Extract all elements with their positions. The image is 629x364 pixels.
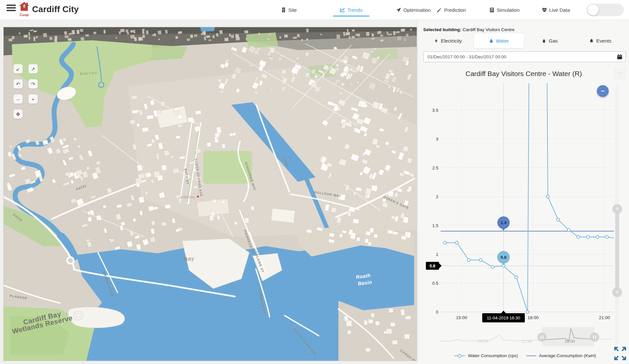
tab-label: Events [596, 38, 611, 44]
calculator-icon [489, 8, 494, 12]
water-drop-icon [489, 38, 493, 43]
logo-text: Cusp [18, 13, 30, 17]
menu-icon[interactable] [7, 5, 16, 13]
legend-item-average[interactable]: Average Consumption (KwH) [526, 353, 596, 358]
svg-text:3: 3 [436, 137, 438, 142]
nav-label: Simulation [497, 7, 520, 13]
svg-text:15:00: 15:00 [456, 315, 467, 320]
rotate-left-button[interactable]: ↶ [13, 79, 23, 89]
water-consumption-chart[interactable]: 00.511.522.533.515:0018:0021:001.40.80.8… [421, 82, 629, 348]
map-pin [197, 195, 199, 198]
svg-text:2.5: 2.5 [432, 165, 438, 170]
water-series-swatch [454, 354, 465, 358]
tab-label: Water [496, 38, 509, 44]
bell-icon [589, 38, 594, 43]
svg-text:1.5: 1.5 [432, 223, 438, 228]
building-icon [281, 8, 286, 12]
nav-label: Trends [347, 7, 362, 13]
legend-label: Water Consumption (cps) [468, 353, 518, 358]
nav-item-trends[interactable]: Trends [340, 0, 362, 20]
svg-text:2: 2 [436, 194, 438, 199]
chart-menu-button[interactable]: ⋯ [614, 68, 625, 79]
y-zoom-handle-top[interactable]: ≡ [612, 204, 622, 214]
top-nav: Cusp Cardiff City Site Trends Optimisati… [0, 0, 629, 20]
building-detail-panel: Selected building: Cardiff Bay Visitors … [418, 20, 629, 364]
svg-text:Bay: Bay [183, 255, 194, 262]
svg-text:0.5: 0.5 [432, 281, 438, 286]
nav-label: Site [288, 7, 297, 13]
date-range-field [423, 51, 626, 62]
svg-text:11-04-2019 16:30: 11-04-2019 16:30 [487, 316, 520, 320]
svg-text:3.5: 3.5 [432, 108, 438, 113]
heart-pulse-icon [542, 8, 547, 12]
chart-title: Cardiff Bay Visitors Centre - Water (R) [418, 70, 629, 78]
nav-label: Live Data [549, 7, 570, 13]
chart-legend: Water Consumption (cps) Average Consumpt… [421, 353, 629, 358]
y-zoom-handle-bottom[interactable]: ≡ [612, 287, 622, 297]
selected-building-value: Cardiff Bay Visitors Centre [463, 27, 515, 32]
house-logo-icon [18, 2, 30, 13]
svg-text:Cardiff Bay: Cardiff Bay [178, 195, 195, 199]
tab-label: Gas [549, 38, 558, 44]
zoom-out-button[interactable]: – [13, 94, 23, 104]
annotation-minus-button[interactable]: – [597, 85, 609, 97]
legend-label: Average Consumption (KwH) [539, 353, 596, 358]
navigator-handle[interactable] [537, 333, 546, 342]
active-tab-underline [333, 15, 370, 17]
live-toggle[interactable] [587, 4, 624, 16]
tab-label: Electricity [441, 38, 462, 44]
map-canvas[interactable]: A4232A4232LLOYD GEORGE AVEBUTE STSCHOONE… [3, 27, 417, 361]
nav-item-simulation[interactable]: Simulation [489, 0, 520, 20]
gas-flame-icon [542, 38, 546, 43]
average-series-swatch [526, 354, 536, 358]
legend-item-water[interactable]: Water Consumption (cps) [454, 353, 518, 358]
tab-gas[interactable]: Gas [524, 33, 575, 48]
svg-text:18:00: 18:00 [564, 339, 575, 344]
chart-line-icon [340, 8, 345, 12]
svg-text:06:00: 06:00 [478, 339, 488, 344]
magic-wand-icon [437, 8, 442, 12]
svg-text:1: 1 [436, 252, 438, 257]
utility-tabs: Electricity Water Gas Events [423, 33, 626, 48]
nav-item-livedata[interactable]: Live Data [542, 0, 570, 20]
nav-item-site[interactable]: Site [281, 0, 297, 20]
nav-label: Prediction [444, 7, 466, 13]
fullscreen-expand-icon[interactable] [613, 346, 627, 361]
tab-electricity[interactable]: Electricity [423, 33, 473, 48]
svg-text:0.8: 0.8 [429, 264, 435, 268]
tilt-down-button[interactable]: ↙ [13, 64, 23, 74]
svg-text:0: 0 [436, 310, 438, 315]
toggle-knob [587, 4, 599, 15]
rotate-right-button[interactable]: ↷ [28, 79, 38, 89]
paper-plane-icon [396, 8, 401, 12]
nav-item-prediction[interactable]: Prediction [437, 0, 466, 20]
selected-building-label: Selected building: [423, 27, 461, 32]
cusp-logo: Cusp [18, 2, 30, 18]
tab-water[interactable]: Water [473, 33, 525, 48]
svg-text:1.4: 1.4 [501, 220, 507, 225]
tab-events[interactable]: Events [575, 33, 626, 48]
y-zoom-range[interactable] [615, 209, 619, 292]
svg-text:0.8: 0.8 [501, 255, 506, 260]
calendar-icon[interactable] [617, 54, 622, 60]
selected-building-line: Selected building: Cardiff Bay Visitors … [423, 27, 515, 32]
navigator-handle[interactable] [590, 333, 599, 342]
bolt-icon [434, 38, 438, 43]
zoom-in-button[interactable]: + [28, 94, 38, 104]
date-range-input[interactable] [423, 51, 626, 62]
city-3d-map: A4232A4232LLOYD GEORGE AVEBUTE STSCHOONE… [4, 27, 417, 361]
tilt-up-button[interactable]: ↗ [28, 64, 38, 74]
nav-label: Optimisation [403, 7, 430, 13]
pan-button[interactable]: ✥ [13, 109, 23, 119]
svg-text:21:00: 21:00 [599, 315, 610, 320]
svg-text:12:00: 12:00 [521, 339, 531, 344]
app-title: Cardiff City [32, 4, 79, 14]
nav-item-optimisation[interactable]: Optimisation [396, 0, 430, 20]
svg-text:18:00: 18:00 [527, 315, 539, 320]
